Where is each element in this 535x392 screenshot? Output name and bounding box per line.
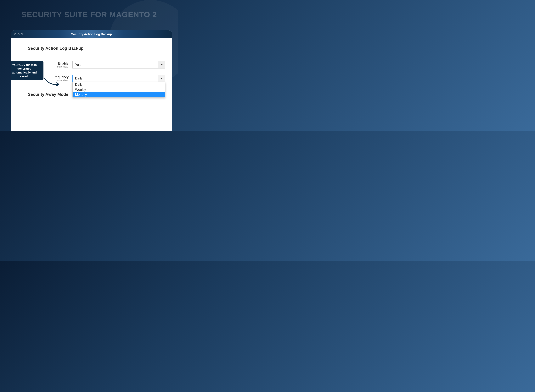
frequency-option-monthly[interactable]: Monthly: [73, 92, 165, 97]
callout-arrow-icon: [43, 77, 62, 88]
frequency-option-daily[interactable]: Daily: [73, 82, 165, 87]
traffic-lights-icon: [14, 33, 23, 35]
frequency-select-value: Daily: [73, 76, 158, 80]
chevron-down-icon: [158, 61, 165, 68]
enable-select-value: Yes: [73, 63, 158, 67]
window-titlebar: Security Action Log Backup: [11, 30, 172, 38]
browser-window: Security Action Log Backup Your CSV file…: [11, 30, 172, 131]
window-title: Security Action Log Backup: [11, 33, 172, 36]
section-title-backup: Security Action Log Backup: [28, 46, 165, 51]
enable-select[interactable]: Yes: [72, 61, 165, 69]
frequency-dropdown: Daily Weekly Monthly: [72, 82, 165, 97]
info-callout: Your CSV file was generated automaticall…: [11, 61, 43, 80]
enable-row: Enable [store view] Yes: [28, 61, 165, 69]
hero-title: SECURITY SUITE FOR MAGENTO 2: [0, 0, 178, 25]
settings-panel: Your CSV file was generated automaticall…: [11, 38, 172, 97]
chevron-up-icon: [158, 75, 165, 82]
frequency-option-weekly[interactable]: Weekly: [73, 87, 165, 92]
frequency-select[interactable]: Daily: [72, 75, 165, 82]
